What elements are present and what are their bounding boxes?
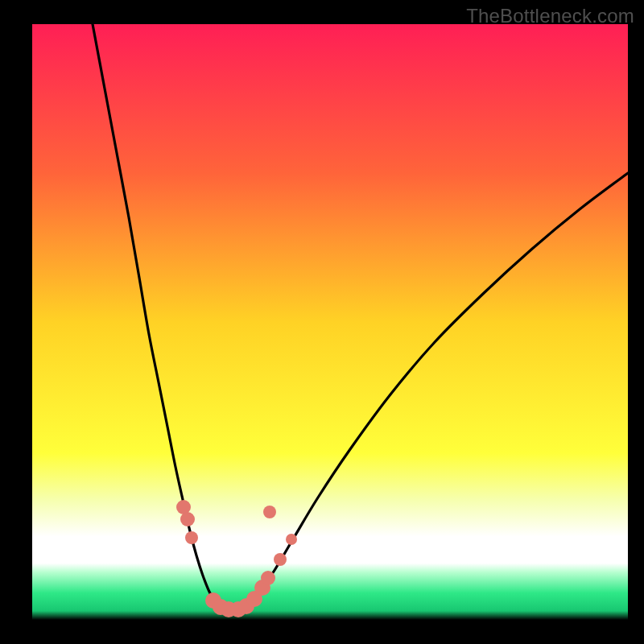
watermark-text: TheBottleneck.com	[466, 5, 634, 27]
chart-frame: TheBottleneck.com	[0, 0, 644, 644]
data-marker	[286, 534, 297, 545]
data-marker	[274, 553, 287, 566]
data-marker	[180, 512, 195, 526]
chart-svg	[32, 24, 628, 620]
data-marker	[263, 506, 276, 518]
plot-area	[32, 24, 628, 620]
gradient-background	[32, 24, 628, 620]
data-marker	[185, 531, 198, 544]
data-marker	[261, 571, 275, 585]
